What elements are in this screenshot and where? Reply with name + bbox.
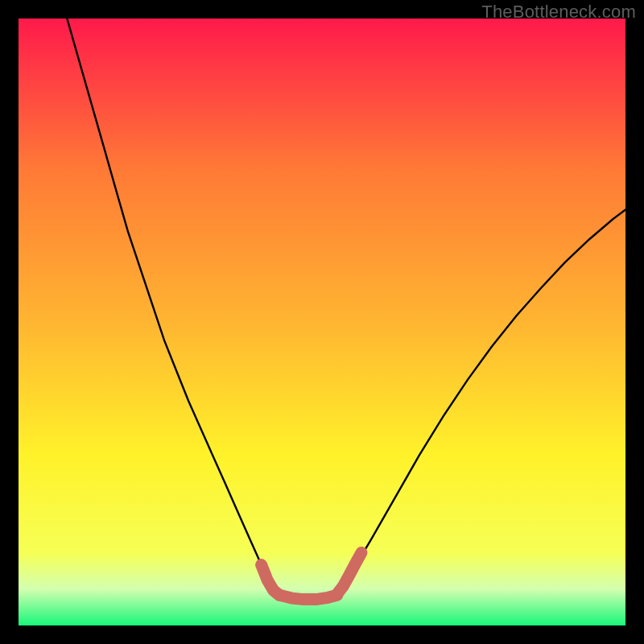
chart-plot-area xyxy=(19,19,625,625)
marker-bottom xyxy=(279,595,337,599)
chart-frame: TheBottleneck.com xyxy=(0,0,644,644)
gradient-background xyxy=(19,19,625,625)
watermark-label: TheBottleneck.com xyxy=(481,2,636,23)
chart-svg xyxy=(19,19,625,625)
